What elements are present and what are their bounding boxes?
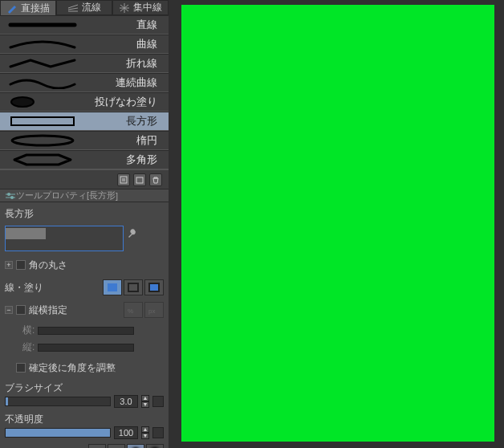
- curve-icon: [0, 35, 85, 53]
- brush-size-row: ブラシサイズ 3.0 ▲ ▼: [5, 381, 164, 408]
- fill-mode-outline[interactable]: [124, 279, 143, 295]
- brush-size-label: ブラシサイズ: [5, 381, 164, 395]
- subtool-continuous-curve[interactable]: 連続曲線: [0, 73, 169, 92]
- preview-inner: [6, 228, 46, 239]
- delete-subtool-button[interactable]: [149, 173, 162, 186]
- aa-none[interactable]: [88, 444, 106, 448]
- aspect-checkbox[interactable]: [16, 305, 26, 315]
- tool-category-tabs: 直接描 流線 集中線: [0, 0, 169, 15]
- subtool-straight-line[interactable]: 直線: [0, 15, 169, 35]
- canvas[interactable]: [181, 5, 494, 442]
- flow-icon: [67, 2, 79, 14]
- brush-preview[interactable]: [5, 226, 124, 251]
- antialias-row: アンチエイリアス: [5, 444, 164, 448]
- svg-point-14: [12, 136, 73, 145]
- svg-line-4: [124, 5, 128, 8]
- subtool-lasso-fill[interactable]: 投げなわ塗り: [0, 92, 169, 112]
- aspect-label: 縦横指定: [29, 303, 67, 317]
- spin-down[interactable]: ▼: [141, 401, 149, 408]
- slider-icon: [5, 190, 16, 202]
- spin-up[interactable]: ▲: [141, 395, 149, 401]
- svg-line-8: [120, 8, 124, 11]
- subtool-ellipse[interactable]: 楕円: [0, 131, 169, 150]
- tab-label: 集中線: [133, 1, 162, 14]
- angle-after-label: 確定後に角度を調整: [29, 361, 116, 375]
- subtool-curve[interactable]: 曲線: [0, 35, 169, 54]
- subtool-label: 連続曲線: [85, 75, 169, 90]
- line-fill-row: 線・塗り: [5, 279, 164, 296]
- subtool-polyline[interactable]: 折れ線: [0, 54, 169, 73]
- aspect-v-label: 縦:: [22, 340, 35, 354]
- expand-toggle[interactable]: −: [5, 306, 13, 314]
- round-corner-label: 角の丸さ: [29, 259, 67, 272]
- subtool-footer: [0, 169, 169, 189]
- subtool-label: 折れ線: [85, 56, 169, 71]
- aspect-v-slider[interactable]: [38, 344, 134, 352]
- brush-size-dynamics[interactable]: [152, 396, 164, 407]
- opacity-value[interactable]: 100: [114, 426, 138, 439]
- tab-focus-lines[interactable]: 集中線: [112, 0, 169, 15]
- opacity-slider[interactable]: [5, 428, 111, 438]
- aspect-ratio-btn[interactable]: %: [124, 302, 143, 318]
- aa-mid[interactable]: [127, 444, 144, 448]
- line-fill-label: 線・塗り: [5, 281, 43, 295]
- tab-flow-lines[interactable]: 流線: [56, 0, 112, 15]
- brush-size-value[interactable]: 3.0: [114, 395, 138, 408]
- tool-property-body: 長方形 + 角の丸さ 線・塗り − 縦横指定: [0, 202, 169, 448]
- svg-rect-24: [128, 283, 138, 291]
- wrench-icon[interactable]: [127, 226, 140, 238]
- opacity-dynamics[interactable]: [152, 427, 164, 438]
- aa-strong[interactable]: [146, 444, 164, 448]
- subtool-label: 長方形: [85, 114, 169, 128]
- antialias-options: [88, 444, 164, 448]
- polygon-icon: [0, 151, 85, 169]
- svg-line-1: [68, 8, 78, 10]
- aspect-h-slider[interactable]: [38, 327, 134, 335]
- tab-label: 直接描: [21, 2, 50, 15]
- tab-direct-draw[interactable]: 直接描: [0, 0, 56, 15]
- spin-down[interactable]: ▼: [141, 433, 149, 439]
- tool-panel: 直接描 流線 集中線 直線 曲線 折れ線 連続曲線 投げなわ塗り: [0, 0, 169, 448]
- subtool-label: 直線: [85, 18, 169, 32]
- opacity-row: 不透明度 100 ▲ ▼: [5, 413, 164, 439]
- prop-header-prefix: ツールプロパティ[: [16, 189, 89, 202]
- line-icon: [0, 16, 85, 34]
- new-subtool-button[interactable]: [133, 173, 146, 186]
- aspect-v-row: 縦:: [22, 340, 164, 354]
- subtool-label: 曲線: [85, 37, 169, 51]
- expand-toggle[interactable]: +: [5, 261, 13, 269]
- brush-preview-label: 長方形: [5, 206, 37, 221]
- svg-text:px: px: [148, 307, 155, 315]
- tab-label: 流線: [82, 1, 101, 14]
- svg-rect-18: [136, 177, 143, 183]
- subtool-polygon[interactable]: 多角形: [0, 150, 169, 169]
- subtool-label: 投げなわ塗り: [85, 95, 169, 109]
- brush-preview-row2: [5, 226, 164, 251]
- fill-mode-solid[interactable]: [103, 279, 122, 295]
- svg-point-12: [11, 97, 34, 107]
- svg-line-6: [124, 8, 128, 11]
- angle-after-checkbox[interactable]: [16, 363, 26, 373]
- aspect-subrows: 横: 縦:: [5, 324, 164, 354]
- aa-weak[interactable]: [108, 444, 125, 448]
- svg-rect-23: [108, 283, 117, 291]
- line-fill-buttons: [103, 279, 164, 295]
- aspect-h-label: 横:: [22, 324, 35, 337]
- svg-line-0: [68, 5, 78, 8]
- aspect-px-btn[interactable]: px: [144, 302, 164, 318]
- spin-up[interactable]: ▲: [141, 426, 149, 433]
- brush-size-slider[interactable]: [5, 397, 111, 406]
- subtool-menu-button[interactable]: [117, 173, 130, 186]
- aspect-buttons: % px: [124, 302, 164, 318]
- round-corner-checkbox[interactable]: [16, 260, 26, 270]
- svg-point-22: [10, 196, 14, 199]
- prop-header-tool: 長方形: [89, 189, 116, 202]
- tool-property-header: ツールプロパティ[長方形]: [0, 189, 169, 202]
- fill-mode-both[interactable]: [144, 279, 164, 295]
- round-corner-row: + 角の丸さ: [5, 256, 164, 274]
- ellipse-icon: [0, 132, 85, 149]
- opacity-label: 不透明度: [5, 413, 164, 426]
- canvas-viewport[interactable]: [169, 0, 504, 448]
- subtool-rectangle[interactable]: 長方形: [0, 112, 169, 131]
- rectangle-icon: [0, 112, 85, 130]
